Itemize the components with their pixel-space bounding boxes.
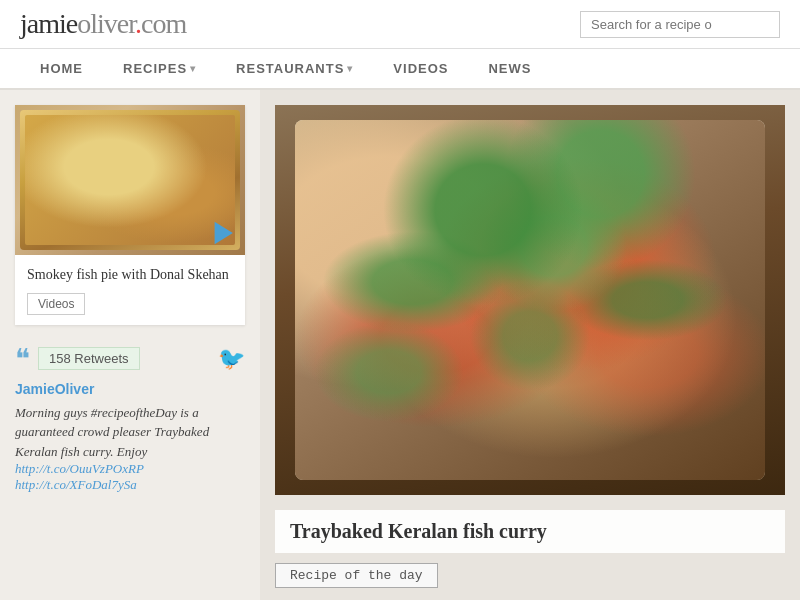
main-nav: HOME RECIPES ▾ RESTAURANTS ▾ VIDEOS NEWS <box>0 49 800 90</box>
site-header: jamieoliver.com <box>0 0 800 49</box>
retweet-count: 158 Retweets <box>38 347 140 370</box>
pie-image <box>15 105 245 255</box>
nav-videos[interactable]: VIDEOS <box>373 49 468 88</box>
curry-tray <box>295 120 765 480</box>
twitter-link-1[interactable]: http://t.co/OuuVzPOxRP <box>15 461 245 477</box>
main-recipe-image <box>275 105 785 495</box>
main-content: Smokey fish pie with Donal Skehan Videos… <box>0 90 800 600</box>
retweet-bar: ❝ 158 Retweets 🐦 <box>15 345 245 373</box>
logo-com: com <box>141 8 186 39</box>
nav-news[interactable]: NEWS <box>468 49 551 88</box>
site-logo[interactable]: jamieoliver.com <box>20 8 186 40</box>
nav-restaurants[interactable]: RESTAURANTS ▾ <box>216 49 373 88</box>
twitter-section: ❝ 158 Retweets 🐦 JamieOliver Morning guy… <box>15 345 245 494</box>
logo-jamie: jamie <box>20 8 77 39</box>
twitter-link-2[interactable]: http://t.co/XFoDal7ySa <box>15 477 245 493</box>
recipe-title-bar: Traybaked Keralan fish curry <box>275 510 785 553</box>
nav-home[interactable]: HOME <box>20 49 103 88</box>
sidebar: Smokey fish pie with Donal Skehan Videos… <box>0 90 260 600</box>
curry-contents <box>295 120 765 480</box>
chevron-down-icon: ▾ <box>347 63 353 74</box>
herbs-overlay <box>295 120 765 480</box>
chevron-down-icon: ▾ <box>190 63 196 74</box>
twitter-handle[interactable]: JamieOliver <box>15 381 245 397</box>
quote-icon: ❝ <box>15 345 30 373</box>
twitter-tweet: Morning guys #recipeoftheDay is a guaran… <box>15 403 245 462</box>
content-area: Traybaked Keralan fish curry Recipe of t… <box>260 90 800 600</box>
featured-card-body: Smokey fish pie with Donal Skehan Videos <box>15 255 245 325</box>
nav-recipes[interactable]: RECIPES ▾ <box>103 49 216 88</box>
featured-card: Smokey fish pie with Donal Skehan Videos <box>15 105 245 325</box>
recipe-tag[interactable]: Recipe of the day <box>275 563 438 588</box>
videos-tag[interactable]: Videos <box>27 293 85 315</box>
featured-card-title: Smokey fish pie with Donal Skehan <box>27 265 233 285</box>
featured-card-image <box>15 105 245 255</box>
logo-oliver: oliver <box>77 8 135 39</box>
recipe-title: Traybaked Keralan fish curry <box>290 520 770 543</box>
twitter-icon: 🐦 <box>218 346 245 372</box>
curry-background <box>275 105 785 495</box>
search-input[interactable] <box>580 11 780 38</box>
